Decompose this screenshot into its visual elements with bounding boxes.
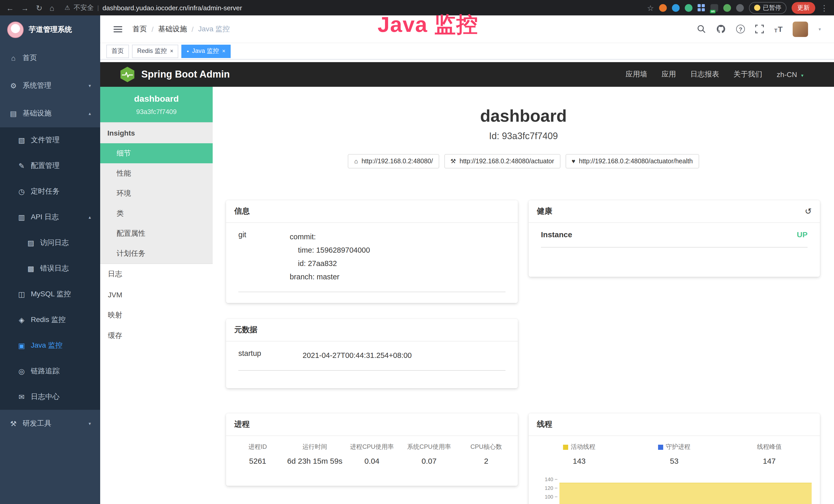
extension-icon-5[interactable]: on <box>710 4 718 12</box>
sidebar-item-home[interactable]: ⌂ 首页 <box>0 44 100 72</box>
extension-icon-4[interactable] <box>698 4 705 12</box>
back-icon[interactable]: ← <box>6 4 14 12</box>
update-button[interactable]: 更新 <box>792 2 815 14</box>
chart-y-axis: 140 120 100 <box>536 475 557 501</box>
url-text: dashboard.yudao.iocoder.cn/infra/admin-s… <box>103 4 242 12</box>
forward-icon[interactable]: → <box>21 4 29 12</box>
sba-item-jvm[interactable]: JVM <box>100 284 213 305</box>
extension-icon-3[interactable] <box>685 4 693 12</box>
sba-item-details[interactable]: 细节 <box>100 143 213 163</box>
sidebar-item-error-log[interactable]: ▩ 错误日志 <box>0 256 100 281</box>
font-size-large: T <box>778 25 783 33</box>
extension-icon-2[interactable] <box>672 4 680 12</box>
tab-home[interactable]: 首页 <box>106 44 129 58</box>
paused-badge[interactable]: 已暂停 <box>749 2 787 14</box>
sba-nav-journal[interactable]: 日志报表 <box>690 70 719 79</box>
address-divider: | <box>97 4 99 11</box>
sba-item-metrics[interactable]: 性能 <box>100 163 213 183</box>
sba-brand-title[interactable]: Spring Boot Admin <box>141 69 230 80</box>
sba-item-config-props[interactable]: 配置属性 <box>100 223 213 244</box>
browser-menu-kebab-icon[interactable]: ⋮ <box>820 4 828 12</box>
annotation-java-monitor: Java 监控 <box>378 10 478 39</box>
git-time-line: time: 1596289704000 <box>290 244 370 257</box>
sidebar-item-system-mgmt[interactable]: ⚙ 系统管理 ▾ <box>0 72 100 100</box>
sidebar-item-log-center[interactable]: ✉ 日志中心 <box>0 384 100 410</box>
app-logo[interactable]: 芋道管理系统 <box>0 16 100 44</box>
redis-icon: ◈ <box>18 316 26 324</box>
legend-yellow-swatch <box>563 444 568 450</box>
history-icon[interactable]: ↺ <box>805 206 812 216</box>
sba-item-mappings[interactable]: 映射 <box>100 305 213 325</box>
sidebar-item-trace[interactable]: ◎ 链路追踪 <box>0 359 100 384</box>
stat-cpu-cores: CPU核心数 2 <box>458 443 515 465</box>
info-card-body: git commit: time: 1596289704000 id: 27aa… <box>226 223 518 299</box>
sba-item-classes[interactable]: 类 <box>100 203 213 223</box>
sidebar-item-scheduled-jobs[interactable]: ◷ 定时任务 <box>0 179 100 204</box>
reload-icon[interactable]: ↻ <box>36 4 42 12</box>
extension-icon-1[interactable] <box>659 4 667 12</box>
instance-header[interactable]: dashboard 93a3fc7f7409 <box>100 87 213 122</box>
instance-hero: dashboard Id: 93a3fc7f7409 ⌂ http://192.… <box>213 106 834 168</box>
sba-item-environment[interactable]: 环境 <box>100 183 213 203</box>
spring-boot-logo-icon[interactable] <box>120 67 135 82</box>
smiley-icon <box>754 5 760 11</box>
infra-icon: ▤ <box>9 109 18 118</box>
help-icon[interactable]: ? <box>736 25 745 33</box>
service-url-link[interactable]: ⌂ http://192.168.0.2:48080/ <box>348 154 439 168</box>
github-icon[interactable] <box>716 24 726 34</box>
sidebar-item-config-mgmt[interactable]: ✎ 配置管理 <box>0 153 100 179</box>
sidebar-collapse-icon[interactable] <box>113 26 122 32</box>
search-icon[interactable] <box>697 25 706 33</box>
stat-value: 53 <box>627 457 722 465</box>
health-url-link[interactable]: ♥ http://192.168.0.2:48080/actuator/heal… <box>565 154 699 168</box>
browser-home-icon[interactable]: ⌂ <box>49 4 54 12</box>
extension-icon-7[interactable] <box>736 4 744 12</box>
sba-item-scheduled-tasks[interactable]: 计划任务 <box>100 244 213 264</box>
bookmark-star-icon[interactable]: ☆ <box>647 4 654 12</box>
sidebar-item-label: Redis 监控 <box>31 315 66 324</box>
sidebar-item-api-log[interactable]: ▥ API 日志 ▴ <box>0 204 100 230</box>
fullscreen-icon[interactable] <box>755 25 764 33</box>
font-size-icon[interactable]: T T <box>774 25 783 33</box>
breadcrumb-home[interactable]: 首页 <box>133 24 147 33</box>
sidebar-item-redis-monitor[interactable]: ◈ Redis 监控 <box>0 307 100 333</box>
file-icon: ▧ <box>18 136 26 144</box>
sidebar-item-access-log[interactable]: ▨ 访问日志 <box>0 230 100 256</box>
stat-value: 5261 <box>229 457 286 465</box>
sidebar-item-label: Java 监控 <box>31 341 62 350</box>
health-instance-row[interactable]: Instance UP <box>541 230 808 248</box>
axis-tick-mark <box>555 479 557 480</box>
metadata-row-startup: startup 2021-04-27T00:44:31.254+08:00 <box>238 349 505 371</box>
user-avatar[interactable] <box>793 21 808 37</box>
sba-item-caches[interactable]: 缓存 <box>100 325 213 346</box>
axis-tick-mark <box>555 497 557 497</box>
sidebar-item-label: 首页 <box>23 53 37 63</box>
close-icon[interactable]: × <box>222 48 225 54</box>
metadata-key: startup <box>238 349 303 362</box>
chevron-up-icon: ▴ <box>89 111 91 116</box>
sba-nav-applications[interactable]: 应用 <box>662 70 676 79</box>
tab-redis-monitor[interactable]: Redis 监控 × <box>132 44 178 58</box>
sidebar-item-label: 文件管理 <box>31 136 60 145</box>
threads-card: 线程 活动线程 143 守护进程 53 <box>529 413 820 504</box>
breadcrumb: 首页 / 基础设施 / Java 监控 <box>133 24 230 33</box>
sba-locale-select[interactable]: zh-CN ▾ <box>777 70 804 78</box>
health-card-body: Instance UP <box>529 223 820 255</box>
sba-nav-wallboard[interactable]: 应用墙 <box>626 70 647 79</box>
avatar-caret-icon[interactable]: ▾ <box>818 26 821 31</box>
sidebar-item-java-monitor[interactable]: ▣ Java 监控 <box>0 333 100 359</box>
close-icon[interactable]: × <box>170 48 173 54</box>
sba-item-logs[interactable]: 日志 <box>100 264 213 284</box>
sidebar-item-infrastructure[interactable]: ▤ 基础设施 ▴ <box>0 100 100 127</box>
address-bar[interactable]: ⚠ 不安全 | dashboard.yudao.iocoder.cn/infra… <box>64 3 242 12</box>
actuator-url-link[interactable]: ⚒ http://192.168.0.2:48080/actuator <box>444 154 560 168</box>
extension-icon-6[interactable] <box>723 4 731 12</box>
sidebar-item-label: 链路追踪 <box>31 367 60 376</box>
metadata-card-body: startup 2021-04-27T00:44:31.254+08:00 <box>226 342 518 378</box>
sidebar-item-file-mgmt[interactable]: ▧ 文件管理 <box>0 127 100 153</box>
sba-nav-about[interactable]: 关于我们 <box>733 70 762 79</box>
sidebar-item-dev-tools[interactable]: ⚒ 研发工具 ▾ <box>0 410 100 437</box>
breadcrumb-infra[interactable]: 基础设施 <box>158 24 187 33</box>
tab-java-monitor[interactable]: ● Java 监控 × <box>182 44 231 58</box>
sidebar-item-mysql-monitor[interactable]: ◫ MySQL 监控 <box>0 281 100 307</box>
